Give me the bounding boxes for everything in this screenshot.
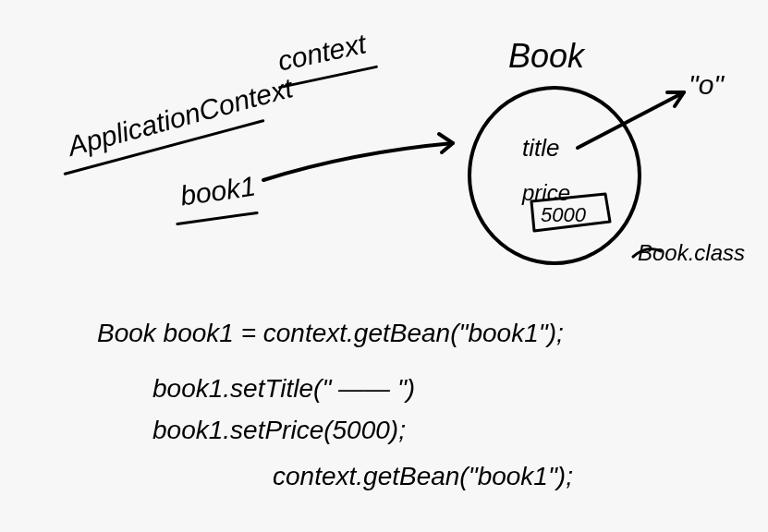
book1-label: book1 — [178, 170, 258, 212]
code-line-3: book1.setPrice(5000); — [152, 416, 406, 445]
code-line-4: context.getBean("book1"); — [273, 462, 573, 491]
book-class-title: Book — [508, 37, 584, 76]
code-line-2: book1.setTitle(" —— ") — [152, 374, 415, 404]
field-title: title — [522, 134, 559, 163]
code-line-1: Book book1 = context.getBean("book1"); — [97, 319, 564, 348]
field-price: price — [522, 180, 570, 206]
arrow-book1-to-book-head — [439, 134, 453, 152]
arrow-book1-to-book — [263, 143, 453, 180]
title-value: "o" — [689, 69, 724, 101]
book1-underline — [176, 212, 259, 225]
price-value: 5000 — [541, 203, 586, 227]
diagram-svg-overlay — [0, 0, 768, 532]
book-object-circle — [469, 88, 640, 263]
arrow-title-to-value-head — [667, 92, 684, 106]
book-dot-class-label: Book.class — [638, 240, 745, 266]
applicationcontext-label: ApplicationContext — [65, 72, 296, 163]
arrow-title-to-value — [578, 92, 684, 148]
